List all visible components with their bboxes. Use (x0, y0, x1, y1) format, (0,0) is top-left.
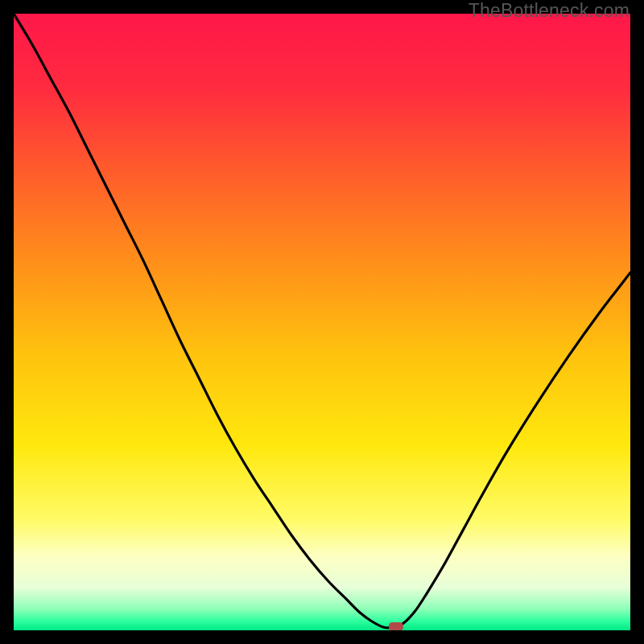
bottleneck-chart (14, 14, 630, 630)
chart-frame (14, 14, 630, 630)
gradient-background (14, 14, 630, 630)
optimum-marker (389, 622, 403, 630)
attribution-text: TheBottleneck.com (469, 0, 630, 22)
